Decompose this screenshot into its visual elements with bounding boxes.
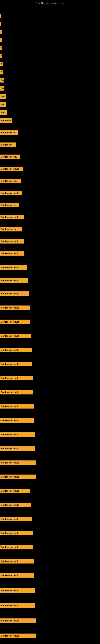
bar-label: Bottleneck result: [1, 306, 19, 309]
bar-item: E: [0, 54, 2, 58]
chart-area: EBEEBBoBoBottBotBottBottlenecBottleneck …: [0, 6, 100, 642]
bar-fill: Bottleneck re: [0, 130, 18, 135]
bar-fill: Bottleneck resu: [0, 227, 22, 232]
bar-fill: E: [0, 62, 2, 66]
bar-label: Bottleneck result: [1, 320, 19, 323]
bar-label: Bottleneck result: [1, 490, 19, 492]
bar-item: Bottleneck result: [0, 167, 23, 171]
bar-fill: Bott: [0, 110, 7, 115]
bar-label: Bottleneck result: [1, 335, 19, 337]
bar-item: Bottleneck: [0, 142, 16, 147]
bar-label: Bottleneck result: [1, 476, 19, 478]
bar-label: Bottleneck result: [1, 292, 19, 295]
bar-label: Bo: [1, 79, 4, 82]
bar-label: Bottleneck result: [1, 634, 19, 637]
bar-label: Bottleneck re: [1, 204, 15, 206]
bar-item: E: [0, 62, 2, 66]
site-title: TheBottlenecker.com: [0, 0, 100, 6]
bar-item: Bo: [0, 86, 4, 90]
bar-label: Bott: [1, 111, 5, 114]
bar-item: Bottleneck result: [0, 292, 29, 296]
bar-label: Bott: [1, 95, 5, 98]
bar-fill: Bottleneck result: [0, 432, 35, 437]
bar-fill: Bottleneck result: [0, 215, 24, 219]
bar-fill: Bottleneck result: [0, 320, 30, 324]
bar-fill: B: [0, 70, 3, 74]
bar-item: Bottleneck result: [0, 446, 35, 451]
bar-fill: Bottleneck resu: [0, 179, 21, 183]
bar-label: Bottleneck result: [1, 168, 19, 170]
bar-fill: [0, 38, 2, 42]
bar-fill: Bott: [0, 94, 6, 98]
bar-label: Bottleneck result: [1, 589, 19, 592]
bar-label: Bottleneck result: [1, 192, 19, 194]
bar-fill: Bottleneck result: [0, 362, 32, 366]
bar-fill: Bottleneck result: [0, 517, 32, 521]
bar-label: Bottleneck resu: [1, 228, 17, 230]
bar-item: Bottleneck result: [0, 215, 24, 219]
bar-item: Bottleneck result: [0, 265, 27, 270]
bar-item: Bottleneck result: [0, 559, 34, 564]
bar-item: Bottleneck result: [0, 404, 34, 408]
bar-label: Bottleneck result: [1, 462, 19, 464]
bar-fill: Bottleneck result: [0, 531, 33, 535]
bar-label: Bottleneck result: [1, 574, 19, 576]
bar-item: [0, 14, 1, 18]
bar-fill: Bottleneck: [0, 142, 16, 147]
bar-label: E: [1, 63, 2, 66]
bar-fill: Bottleneck result: [0, 474, 36, 479]
bar-item: Bottleneck result: [0, 334, 31, 338]
bar-fill: Bottleneck re: [0, 203, 19, 207]
bar-item: B: [0, 46, 2, 50]
bar-fill: Bottleneck result: [0, 239, 24, 244]
bar-fill: Bottleneck result: [0, 390, 33, 394]
bar-fill: Bottleneck result: [0, 573, 34, 578]
bar-item: Bottleneck result: [0, 191, 22, 195]
bar-fill: Bot: [0, 102, 6, 107]
bar-item: Bottleneck result: [0, 474, 36, 479]
bar-fill: Bottleneck result: [0, 559, 34, 564]
bar-fill: Bottleneck result: [0, 191, 22, 195]
bar-fill: Bottleneck result: [0, 418, 34, 422]
bar-fill: Bottleneck result: [0, 603, 35, 608]
bar-item: Bottleneck result: [0, 531, 33, 535]
bar-label: Bottleneck result: [1, 560, 19, 562]
bar-label: Bottleneck result: [1, 391, 19, 394]
bar-label: Bottleneck re: [1, 132, 15, 134]
bar-label: Bottleneck resu: [1, 156, 17, 158]
bar-item: [0, 22, 1, 26]
bar-item: Bottleneck result: [0, 545, 33, 550]
bar-fill: Bottleneck result: [0, 278, 28, 283]
bar-fill: Bottleneck result: [0, 306, 30, 310]
bar-label: Bottleneck result: [1, 216, 19, 218]
bar-label: Bottleneck result: [1, 532, 19, 534]
bar-label: B: [1, 47, 2, 49]
bar-fill: Bottleneck result: [0, 588, 35, 593]
bar-item: Bottleneck result: [0, 320, 30, 324]
bar-fill: Bottleneck result: [0, 545, 33, 550]
bar-fill: Bottlenec: [0, 118, 12, 123]
bar-label: Bottleneck result: [1, 604, 19, 607]
bar-item: Bottleneck result: [0, 348, 32, 352]
bar-item: Bottleneck result: [0, 460, 36, 465]
bar-item: Bottleneck result: [0, 418, 34, 422]
bar-item: Bottleneck re: [0, 130, 18, 135]
bar-fill: Bottleneck result: [0, 446, 35, 451]
bar-label: Bottleneck result: [1, 518, 19, 520]
bar-fill: Bottleneck result: [0, 404, 34, 408]
bar-fill: Bottleneck result: [0, 634, 36, 638]
bar-label: Bottleneck result: [1, 240, 19, 242]
bar-label: Bottleneck resu: [1, 180, 17, 182]
bar-fill: Bottleneck result: [0, 292, 29, 296]
bar-item: Bottleneck resu: [0, 179, 21, 183]
bar-item: Bottleneck result: [0, 432, 35, 437]
bar-item: Bottleneck result: [0, 618, 36, 623]
bar-label: E: [1, 31, 2, 33]
bar-label: Bottleneck result: [1, 266, 19, 269]
bar-label: E: [1, 55, 2, 57]
bar-item: Bottleneck resu: [0, 154, 20, 159]
bar-fill: Bo: [0, 78, 4, 82]
bar-item: Bottleneck result: [0, 239, 24, 244]
bar-item: Bottleneck result: [0, 306, 30, 310]
bar-label: Bottleneck result: [1, 252, 19, 254]
